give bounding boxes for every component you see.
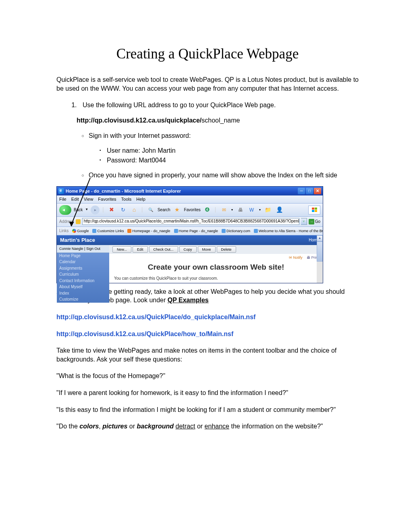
forward-button[interactable]: ▸ [91, 206, 100, 214]
scroll-thumb[interactable] [317, 241, 323, 262]
sidebar: Home Page Calendar Assignments Curriculu… [57, 253, 109, 303]
action-buttons: New... Edit Check Out... Copy Move Delet… [109, 245, 323, 254]
go-button[interactable]: →Go [309, 219, 320, 224]
window-title: Home Page - do_cnmartin - Microsoft Inte… [66, 188, 181, 194]
links-label: Links [59, 228, 68, 234]
notify-link[interactable]: ✉ Notify [289, 256, 303, 260]
link-altasierra[interactable]: Welcome to Alta Sierra - Home of the Bru… [254, 229, 323, 233]
menu-favorites[interactable]: Favorites [98, 196, 116, 202]
close-button[interactable]: ✕ [314, 188, 321, 194]
step1-url: http://qp.clovisusd.k12.ca.us/quickplace… [77, 116, 359, 125]
btn-copy[interactable]: Copy [179, 246, 197, 253]
side-customize[interactable]: Customize [57, 296, 109, 303]
side-assignments[interactable]: Assignments [57, 265, 109, 272]
print-button[interactable]: 🖶 [236, 206, 245, 214]
address-input[interactable]: http://qp.clovisusd.k12.ca.us/QuickPlace… [82, 218, 299, 225]
links-bar: Links Google Customize Links Homepage - … [57, 227, 323, 235]
side-calendar[interactable]: Calendar [57, 259, 109, 265]
link-homepage2[interactable]: Home Page - do_naegle [174, 229, 218, 233]
sub-after-signin: Once you have signed in properly, your n… [89, 171, 359, 180]
sub-username: User name: John Martin [107, 146, 359, 155]
example-link-2[interactable]: http://qp.clovisusd.k12.ca.us/QuickPlace… [56, 330, 359, 339]
side-index[interactable]: Index [57, 290, 109, 297]
link-dictionary[interactable]: Dictionary.com [222, 229, 250, 233]
page-icon [76, 219, 81, 224]
refresh-button[interactable]: ↻ [118, 206, 127, 214]
minimize-button[interactable]: ─ [298, 188, 305, 194]
qp-examples-link: QP Examples [168, 297, 209, 303]
btn-move[interactable]: Move [198, 246, 216, 253]
sub-signin: Sign in with your Internet password: [89, 131, 359, 140]
classroom-headline: Create your own classroom Web site! [109, 262, 323, 272]
btn-new[interactable]: New... [112, 246, 131, 253]
toolbar: Back ▼ ▸ │ ✖ ↻ ⌂ │ 🔍 Search ★ Favorites … [57, 204, 323, 217]
mail-button[interactable]: ✉ [220, 206, 228, 214]
back-button[interactable] [59, 205, 71, 215]
menu-view[interactable]: View [84, 196, 93, 202]
window-titlebar: Home Page - do_cnmartin - Microsoft Inte… [57, 187, 323, 195]
favorites-label: Favorites [184, 207, 201, 213]
classroom-subline: You can customize this QuickPlace to sui… [109, 273, 323, 284]
menu-edit[interactable]: Edit [71, 196, 79, 202]
side-curriculum[interactable]: Curriculum [57, 271, 109, 278]
ie-icon [58, 188, 64, 194]
folder-button[interactable]: 📁 [264, 206, 272, 214]
link-google[interactable]: Google [72, 229, 89, 233]
page-title: Creating a QuickPlace Webpage [56, 44, 359, 63]
step-1: Use the following URL address to go to y… [79, 101, 359, 110]
side-home[interactable]: Home Page [57, 253, 109, 259]
stop-button[interactable]: ✖ [107, 206, 116, 214]
example-link-1[interactable]: http://qp.clovisusd.k12.ca.us/QuickPlace… [56, 313, 359, 322]
home-button[interactable]: ⌂ [130, 206, 139, 214]
ie-screenshot: Home Page - do_cnmartin - Microsoft Inte… [56, 186, 323, 283]
btn-edit[interactable]: Edit [133, 246, 148, 253]
scrollbar[interactable]: ▲ [317, 235, 323, 283]
link-homepage1[interactable]: Homepage - do_naegle [127, 229, 170, 233]
link-customize[interactable]: Customize Links [92, 229, 124, 233]
scroll-up[interactable]: ▲ [317, 235, 323, 241]
para-review: Take time to view the WebPages and make … [56, 346, 359, 364]
menubar: File Edit View Favorites Tools Help [57, 195, 323, 204]
btn-delete[interactable]: Delete [217, 246, 236, 253]
search-button[interactable]: 🔍 [146, 206, 155, 214]
signin-row[interactable]: Connie Naegle | Sign Out [57, 245, 109, 253]
windows-flag-icon [308, 206, 320, 214]
question-2: "If I were a parent looking for homework… [56, 389, 359, 397]
menu-file[interactable]: File [59, 196, 66, 202]
favorites-button[interactable]: ★ [173, 206, 182, 214]
question-1: "What is the focus of the Homepage?" [56, 372, 359, 380]
menu-tools[interactable]: Tools [121, 196, 132, 202]
page-content: Martin's Place Home Connie Naegle | Sign… [57, 235, 323, 283]
maximize-button[interactable]: □ [306, 188, 313, 194]
question-3: "Is this easy to find the information I … [56, 405, 359, 414]
menu-help[interactable]: Help [136, 196, 145, 202]
side-contact[interactable]: Contact Information [57, 278, 109, 284]
messenger-button[interactable]: 👤 [275, 206, 284, 214]
history-button[interactable]: ❹ [203, 206, 212, 214]
intro-paragraph: QuickPlace is a self-service web tool to… [56, 75, 359, 93]
question-4: "Do the colors, pictures or background d… [56, 422, 359, 431]
search-label: Search [158, 207, 170, 213]
address-dropdown[interactable]: v [301, 218, 307, 225]
address-bar: Address http://qp.clovisusd.k12.ca.us/Qu… [57, 217, 323, 227]
btn-checkout[interactable]: Check Out... [149, 246, 178, 253]
place-title: Martin's Place [60, 237, 95, 244]
edit-button[interactable]: W [247, 206, 256, 214]
side-about[interactable]: About Myself [57, 284, 109, 290]
sub-password: Password: Mart0044 [107, 156, 359, 165]
